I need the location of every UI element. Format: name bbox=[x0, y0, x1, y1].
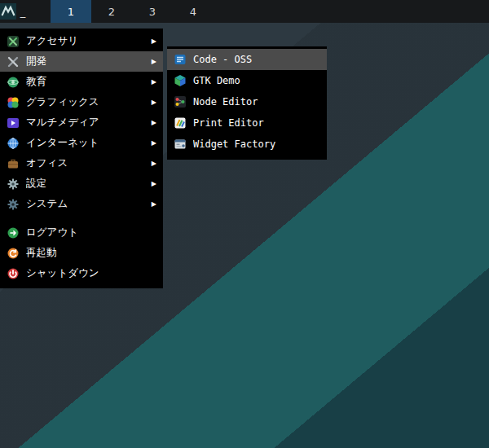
menu-item-education[interactable]: 教育▶ bbox=[0, 72, 163, 92]
menu-item-system[interactable]: システム▶ bbox=[0, 194, 163, 214]
menu-item-shutdown[interactable]: シャットダウン bbox=[0, 263, 163, 283]
submenu-item-code-oss[interactable]: Code - OSS bbox=[167, 49, 327, 70]
menu-item-accessories-label: アクセサリ bbox=[26, 34, 145, 48]
menu-item-education-label: 教育 bbox=[26, 75, 145, 89]
submenu-arrow-icon: ▶ bbox=[152, 200, 156, 208]
menu-item-development[interactable]: 開発▶ bbox=[0, 51, 163, 72]
shutdown-icon bbox=[7, 267, 20, 280]
menu-item-reboot-label: 再起動 bbox=[26, 246, 156, 260]
layout-indicator[interactable]: _ bbox=[16, 0, 29, 23]
submenu-item-gtk-demo[interactable]: GTK Demo bbox=[167, 70, 327, 91]
internet-icon bbox=[7, 137, 20, 150]
submenu-item-node-editor[interactable]: Node Editor bbox=[167, 91, 327, 112]
submenu-item-print-editor-label: Print Editor bbox=[193, 117, 320, 129]
submenu-item-print-editor[interactable]: Print Editor bbox=[167, 112, 327, 134]
submenu-arrow-icon: ▶ bbox=[152, 160, 156, 167]
development-icon bbox=[7, 55, 20, 68]
submenu-arrow-icon: ▶ bbox=[152, 119, 156, 126]
menu-item-settings-label: 設定 bbox=[26, 177, 145, 191]
menu-separator bbox=[0, 214, 163, 222]
menu-item-graphics[interactable]: グラフィックス▶ bbox=[0, 92, 163, 112]
submenu-item-node-editor-label: Node Editor bbox=[193, 96, 320, 108]
tag-2[interactable]: 2 bbox=[91, 0, 132, 23]
code-oss-icon bbox=[174, 53, 187, 66]
menu-item-accessories[interactable]: アクセサリ▶ bbox=[0, 31, 163, 51]
logout-icon bbox=[7, 226, 20, 239]
tag-4[interactable]: 4 bbox=[173, 0, 214, 23]
menu-item-multimedia[interactable]: マルチメディア▶ bbox=[0, 112, 163, 133]
menu-item-multimedia-label: マルチメディア bbox=[26, 116, 145, 130]
development-submenu: Code - OSSGTK DemoNode EditorPrint Edito… bbox=[167, 46, 327, 160]
multimedia-icon bbox=[7, 116, 20, 130]
menu-item-development-label: 開発 bbox=[26, 55, 145, 68]
print-editor-icon bbox=[174, 116, 187, 130]
awesome-logo-icon[interactable] bbox=[0, 0, 16, 23]
submenu-arrow-icon: ▶ bbox=[152, 99, 156, 106]
office-icon bbox=[7, 157, 20, 170]
taglist: 1234 bbox=[51, 0, 214, 23]
menu-item-settings[interactable]: 設定▶ bbox=[0, 173, 163, 194]
accessories-icon bbox=[7, 35, 20, 48]
reboot-icon bbox=[7, 247, 20, 260]
menu-item-logout-label: ログアウト bbox=[26, 226, 156, 239]
submenu-arrow-icon: ▶ bbox=[152, 37, 156, 45]
graphics-icon bbox=[7, 96, 20, 109]
system-icon bbox=[7, 198, 20, 211]
menu-item-graphics-label: グラフィックス bbox=[26, 95, 145, 109]
menu-item-shutdown-label: シャットダウン bbox=[26, 266, 156, 280]
widget-factory-icon bbox=[174, 138, 187, 151]
submenu-item-code-oss-label: Code - OSS bbox=[193, 54, 320, 65]
top-bar: _ 1234 bbox=[0, 0, 489, 23]
submenu-arrow-icon: ▶ bbox=[152, 180, 156, 187]
menu-item-logout[interactable]: ログアウト bbox=[0, 222, 163, 243]
submenu-item-gtk-demo-label: GTK Demo bbox=[193, 75, 320, 86]
menu-item-internet[interactable]: インターネット▶ bbox=[0, 133, 163, 153]
gtk-demo-icon bbox=[174, 74, 187, 87]
submenu-item-widget-factory[interactable]: Widget Factory bbox=[167, 134, 327, 155]
menu-item-office[interactable]: オフィス▶ bbox=[0, 153, 163, 173]
submenu-arrow-icon: ▶ bbox=[152, 78, 156, 86]
tag-3[interactable]: 3 bbox=[132, 0, 173, 23]
tag-1[interactable]: 1 bbox=[51, 0, 91, 23]
app-menu: アクセサリ▶開発▶教育▶グラフィックス▶マルチメディア▶インターネット▶オフィス… bbox=[0, 29, 163, 288]
settings-icon bbox=[7, 178, 20, 191]
menu-item-internet-label: インターネット bbox=[26, 136, 145, 150]
menu-item-system-label: システム bbox=[26, 197, 145, 211]
menu-item-office-label: オフィス bbox=[26, 156, 145, 170]
education-icon bbox=[7, 76, 20, 89]
desktop-wallpaper: _ 1234 アクセサリ▶開発▶教育▶グラフィックス▶マルチメディア▶インターネ… bbox=[0, 0, 489, 448]
submenu-arrow-icon: ▶ bbox=[152, 139, 156, 147]
menu-item-reboot[interactable]: 再起動 bbox=[0, 243, 163, 263]
submenu-item-widget-factory-label: Widget Factory bbox=[193, 138, 320, 150]
node-editor-icon bbox=[174, 95, 187, 108]
submenu-arrow-icon: ▶ bbox=[152, 58, 156, 65]
